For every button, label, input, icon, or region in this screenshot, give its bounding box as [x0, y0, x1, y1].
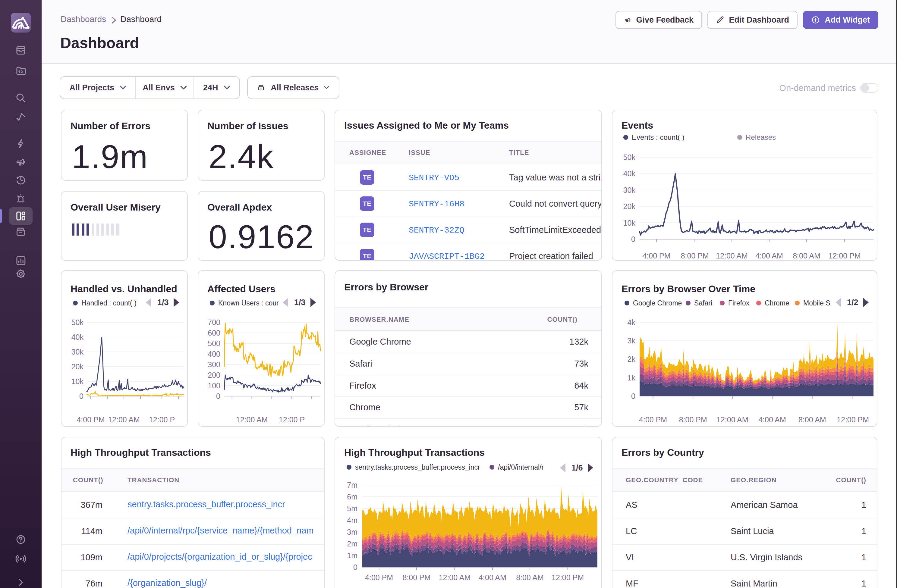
- svg-text:4:00 AM: 4:00 AM: [755, 252, 783, 260]
- svg-text:100: 100: [208, 381, 220, 390]
- svg-text:4m: 4m: [347, 516, 357, 524]
- svg-text:4:00 PM: 4:00 PM: [77, 415, 105, 424]
- svg-text:0: 0: [631, 392, 635, 400]
- svg-text:40k: 40k: [72, 333, 84, 341]
- svg-text:8:00 AM: 8:00 AM: [793, 252, 820, 260]
- svg-text:4:00 PM: 4:00 PM: [642, 252, 670, 260]
- svg-text:50k: 50k: [72, 318, 84, 327]
- svg-text:20k: 20k: [623, 202, 636, 211]
- svg-text:0: 0: [353, 563, 357, 571]
- svg-text:12:00 AM: 12:00 AM: [236, 415, 268, 424]
- svg-text:2m: 2m: [347, 539, 357, 548]
- svg-text:10k: 10k: [623, 219, 636, 227]
- svg-text:0: 0: [631, 235, 635, 243]
- svg-text:12:00 PM: 12:00 PM: [837, 415, 869, 424]
- svg-text:12:00 AM: 12:00 AM: [108, 415, 140, 424]
- svg-text:7m: 7m: [347, 481, 357, 489]
- svg-text:12:00 PM: 12:00 PM: [828, 252, 860, 260]
- svg-text:1m: 1m: [347, 551, 357, 560]
- svg-text:50k: 50k: [623, 153, 636, 162]
- svg-text:300: 300: [208, 360, 220, 369]
- svg-text:40k: 40k: [623, 169, 636, 178]
- svg-text:4:00 AM: 4:00 AM: [758, 415, 786, 424]
- svg-text:12:00 P: 12:00 P: [149, 415, 175, 424]
- svg-text:4k: 4k: [628, 318, 636, 327]
- svg-text:4:00 PM: 4:00 PM: [639, 415, 667, 424]
- svg-text:400: 400: [208, 350, 220, 358]
- svg-text:8:00 PM: 8:00 PM: [681, 252, 709, 260]
- svg-text:600: 600: [208, 328, 220, 337]
- svg-text:8:00 AM: 8:00 AM: [516, 573, 544, 582]
- svg-text:3k: 3k: [628, 336, 636, 345]
- svg-text:30k: 30k: [72, 348, 84, 356]
- svg-text:20k: 20k: [72, 362, 84, 371]
- svg-text:6m: 6m: [347, 492, 357, 501]
- svg-text:30k: 30k: [623, 186, 636, 194]
- svg-text:0: 0: [79, 392, 84, 400]
- svg-text:8:00 PM: 8:00 PM: [679, 415, 707, 424]
- svg-text:8:00 PM: 8:00 PM: [403, 573, 430, 582]
- svg-text:12:00 AM: 12:00 AM: [716, 252, 748, 260]
- svg-text:4:00 PM: 4:00 PM: [365, 573, 393, 582]
- svg-text:5m: 5m: [347, 504, 357, 513]
- svg-text:12:00 PM: 12:00 PM: [552, 573, 584, 582]
- svg-text:500: 500: [208, 339, 220, 348]
- svg-text:200: 200: [208, 371, 220, 379]
- svg-text:4:00 AM: 4:00 AM: [479, 573, 507, 582]
- svg-text:3m: 3m: [347, 528, 357, 536]
- svg-text:700: 700: [208, 318, 220, 327]
- svg-text:1k: 1k: [628, 374, 636, 382]
- svg-text:0: 0: [216, 392, 220, 400]
- svg-text:2k: 2k: [628, 355, 636, 363]
- svg-text:12:00 P: 12:00 P: [279, 415, 305, 424]
- svg-text:10k: 10k: [72, 377, 84, 386]
- svg-text:8:00 AM: 8:00 AM: [798, 415, 826, 424]
- svg-text:12:00 AM: 12:00 AM: [716, 415, 749, 424]
- svg-text:12:00 AM: 12:00 AM: [439, 573, 471, 582]
